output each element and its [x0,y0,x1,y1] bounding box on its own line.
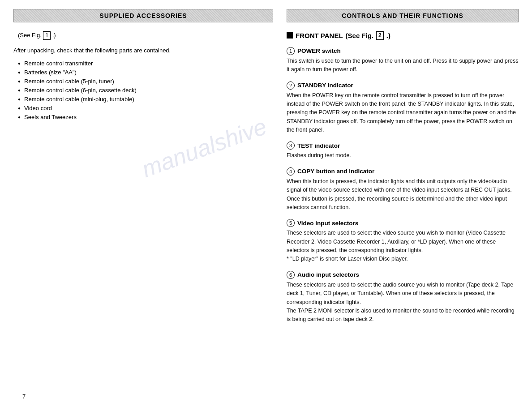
circle-num-5: 5 [287,219,295,227]
list-item: Seels and Tweezers [18,114,273,120]
control-text-2: When the POWER key on the remote control… [287,91,519,135]
control-title-3: 3TEST indicator [287,141,519,150]
control-text-6: These selectors are used to select the a… [287,281,519,324]
control-item-5: 5Video input selectorsThese selectors ar… [287,219,519,264]
list-item: Remote control transmitter [18,60,273,67]
controls-list: 1POWER switchThis switch is used to turn… [287,47,519,324]
black-square-icon [287,32,293,39]
control-item-4: 4COPY button and indicatorWhen this butt… [287,167,519,212]
list-item: Batteries (size "AA") [18,69,273,76]
fig-num-left: 1 [43,31,51,40]
control-item-1: 1POWER switchThis switch is used to turn… [287,47,519,74]
right-section-header: CONTROLS AND THEIR FUNCTIONS [287,9,519,22]
control-title-1: 1POWER switch [287,47,519,55]
right-column: CONTROLS AND THEIR FUNCTIONS FRONT PANEL… [287,9,519,402]
circle-num-4: 4 [287,167,295,176]
control-title-5: 5Video input selectors [287,219,519,227]
control-text-3: Flashes during test mode. [287,151,519,160]
accessories-list: Remote control transmitterBatteries (siz… [13,60,273,120]
control-text-4: When this button is pressed, the indicat… [287,177,519,212]
list-item: Remote control cable (6-pin, cassette de… [18,87,273,94]
control-title-text-6: Audio input selectors [297,271,359,278]
front-panel-heading: FRONT PANEL (See Fig. 2 .) [287,31,519,40]
control-text-5: These selectors are used to select the v… [287,229,519,264]
see-fig-end-text: .) [52,32,56,39]
circle-num-6: 6 [287,271,295,279]
control-title-text-3: TEST indicator [297,142,340,149]
control-title-text-2: STANDBY indicator [297,82,353,89]
control-title-2: 2STANDBY indicator [287,81,519,90]
see-fig-text: (See Fig. [18,32,42,39]
circle-num-1: 1 [287,47,295,55]
left-section-header: SUPPLIED ACCESSORIES [13,9,273,22]
list-item: Remote control cable (5-pin, tuner) [18,78,273,85]
front-panel-label: FRONT PANEL [296,32,343,39]
front-panel-fig-num: 2 [376,31,384,40]
control-title-text-1: POWER switch [297,47,341,54]
control-item-2: 2STANDBY indicatorWhen the POWER key on … [287,81,519,135]
control-text-1: This switch is used to turn the power to… [287,57,519,74]
see-fig-left: (See Fig. 1 .) [18,31,273,40]
control-title-6: 6Audio input selectors [287,271,519,279]
list-item: Remote control cable (mini-plug, turntab… [18,96,273,103]
control-item-3: 3TEST indicatorFlashes during test mode. [287,141,519,160]
intro-text: After unpacking, check that the followin… [13,47,273,54]
control-item-6: 6Audio input selectorsThese selectors ar… [287,271,519,324]
control-title-4: 4COPY button and indicator [287,167,519,176]
circle-num-2: 2 [287,81,295,90]
control-title-text-4: COPY button and indicator [297,168,374,175]
front-panel-fig-end: .) [386,32,390,39]
list-item: Video cord [18,105,273,111]
circle-num-3: 3 [287,141,295,150]
left-column: SUPPLIED ACCESSORIES (See Fig. 1 .) Afte… [13,9,273,402]
page-number: 7 [22,393,26,400]
control-title-text-5: Video input selectors [297,220,358,227]
front-panel-fig-text: (See Fig. [346,32,374,39]
